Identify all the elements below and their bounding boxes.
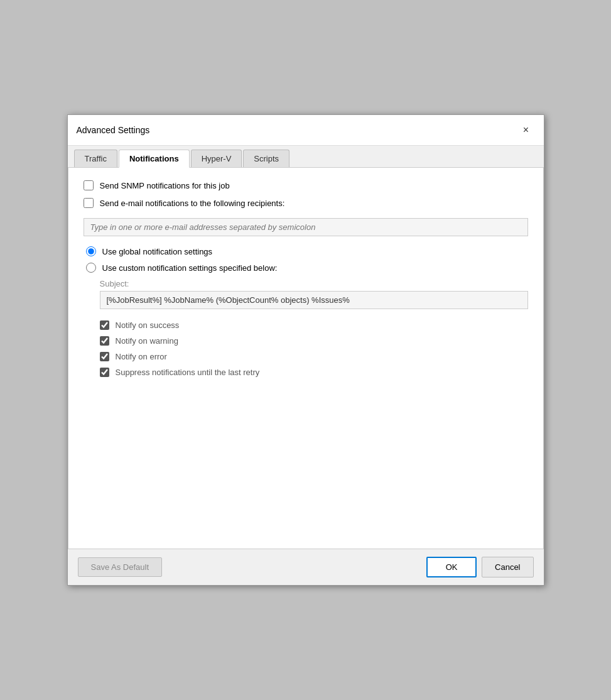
radio-custom[interactable] bbox=[86, 263, 96, 273]
notify-success-label[interactable]: Notify on success bbox=[116, 320, 180, 330]
custom-settings-section: Subject: Notify on success Notify on war… bbox=[100, 279, 528, 377]
notify-warning-checkbox[interactable] bbox=[100, 336, 109, 346]
notify-success-checkbox[interactable] bbox=[100, 320, 109, 330]
notify-checkboxes: Notify on success Notify on warning Noti… bbox=[100, 320, 528, 377]
tab-scripts[interactable]: Scripts bbox=[243, 150, 289, 167]
radio-global[interactable] bbox=[86, 246, 96, 256]
email-checkbox[interactable] bbox=[84, 198, 94, 208]
notify-error-checkbox[interactable] bbox=[100, 352, 109, 361]
radio-global-label[interactable]: Use global notification settings bbox=[102, 247, 213, 256]
advanced-settings-dialog: Advanced Settings × Traffic Notification… bbox=[67, 114, 544, 586]
email-label[interactable]: Send e-mail notifications to the followi… bbox=[100, 199, 285, 208]
notify-success-row: Notify on success bbox=[100, 320, 528, 330]
snmp-label[interactable]: Send SNMP notifications for this job bbox=[100, 181, 230, 190]
radio-global-row: Use global notification settings bbox=[86, 246, 528, 256]
radio-custom-row: Use custom notification settings specifi… bbox=[86, 263, 528, 273]
close-button[interactable]: × bbox=[517, 121, 535, 139]
cancel-button[interactable]: Cancel bbox=[482, 557, 533, 577]
email-row: Send e-mail notifications to the followi… bbox=[84, 198, 528, 208]
subject-input[interactable] bbox=[100, 291, 528, 309]
snmp-checkbox[interactable] bbox=[84, 180, 94, 190]
suppress-label[interactable]: Suppress notifications until the last re… bbox=[116, 368, 260, 377]
radio-section: Use global notification settings Use cus… bbox=[86, 246, 528, 273]
email-input[interactable] bbox=[84, 218, 528, 236]
radio-custom-label[interactable]: Use custom notification settings specifi… bbox=[102, 263, 278, 273]
tab-notifications[interactable]: Notifications bbox=[119, 150, 190, 168]
tab-traffic[interactable]: Traffic bbox=[74, 150, 117, 167]
save-default-button: Save As Default bbox=[78, 557, 163, 577]
title-bar: Advanced Settings × bbox=[68, 115, 544, 146]
notify-error-label[interactable]: Notify on error bbox=[116, 352, 167, 361]
snmp-row: Send SNMP notifications for this job bbox=[84, 180, 528, 190]
notify-warning-label[interactable]: Notify on warning bbox=[116, 336, 178, 346]
footer: Save As Default OK Cancel bbox=[68, 549, 544, 585]
suppress-checkbox[interactable] bbox=[100, 368, 109, 377]
notify-error-row: Notify on error bbox=[100, 352, 528, 361]
notify-warning-row: Notify on warning bbox=[100, 336, 528, 346]
subject-label: Subject: bbox=[100, 279, 528, 288]
tab-bar: Traffic Notifications Hyper-V Scripts bbox=[68, 146, 544, 168]
dialog-title: Advanced Settings bbox=[77, 125, 150, 135]
tab-hyperv[interactable]: Hyper-V bbox=[191, 150, 242, 167]
content-area: Send SNMP notifications for this job Sen… bbox=[68, 168, 544, 549]
ok-button[interactable]: OK bbox=[426, 557, 477, 577]
suppress-row: Suppress notifications until the last re… bbox=[100, 368, 528, 377]
footer-right-buttons: OK Cancel bbox=[426, 557, 533, 577]
